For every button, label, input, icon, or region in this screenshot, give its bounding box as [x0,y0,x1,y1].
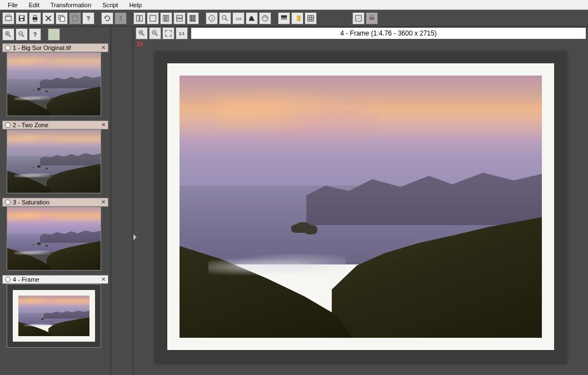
menu-script[interactable]: Script [97,1,123,9]
svg-point-11 [119,16,122,18]
radio-icon[interactable] [5,199,11,205]
ruler-marker: 24 [137,41,143,47]
thumbnail-item[interactable]: 1 - Big Sur Original.tif ✕ [2,43,108,116]
paste-icon[interactable] [69,12,81,24]
svg-text:1:1: 1:1 [179,32,185,36]
copy-icon[interactable] [56,12,68,24]
canvas-zoom-in-icon[interactable] [136,27,148,39]
svg-rect-16 [165,15,167,21]
canvas-toolbar: 1:1 4 - Frame (1:4.76 - 3600 x 2715) [133,27,588,40]
thumbnail-item[interactable]: 3 - Saturation ✕ [2,198,108,271]
menu-transformation[interactable]: Transformation [45,1,97,9]
svg-text:123: 123 [236,16,242,20]
save-icon[interactable] [16,12,28,24]
canvas-actual-size-icon[interactable]: 1:1 [176,27,188,39]
palette-icon[interactable] [259,12,271,24]
histogram-icon[interactable] [246,12,258,24]
svg-rect-0 [6,16,12,21]
svg-point-31 [266,17,267,18]
thumbnail-header[interactable]: 4 - Frame ✕ [2,275,108,284]
color-swatch[interactable] [48,28,60,41]
info-icon[interactable]: i [206,12,218,24]
radio-icon[interactable] [5,45,11,51]
canvas-zoom-out-icon[interactable] [149,27,161,39]
thumbnail-image[interactable] [7,129,101,193]
svg-rect-5 [33,15,36,17]
gradient2-icon[interactable] [291,12,303,24]
canvas-fit-icon[interactable] [162,27,175,39]
gradient-icon[interactable] [278,12,290,24]
close-icon[interactable]: ✕ [100,122,107,128]
refresh-icon[interactable] [101,12,113,24]
thumbnail-image[interactable] [7,52,101,116]
menu-file[interactable]: File [2,1,23,9]
close-icon[interactable]: ✕ [100,44,107,51]
svg-rect-21 [191,15,192,21]
sidebar-zoom-out-icon[interactable] [16,28,28,41]
view-columns-narrow-icon[interactable] [187,12,199,24]
open-icon[interactable] [2,12,14,24]
thumbnail-label: 4 - Frame [13,276,39,283]
canvas-title: 4 - Frame (1:4.76 - 3600 x 2715) [191,28,586,39]
sidebar-toolbar: ? [0,27,111,42]
svg-rect-33 [281,15,287,21]
grid-icon[interactable] [305,12,317,24]
view-single-icon[interactable] [147,12,159,24]
svg-rect-17 [167,15,169,21]
main-toolbar: ? i 123 [0,10,588,27]
svg-rect-2 [20,16,24,18]
sidebar-help-icon[interactable]: ? [29,28,41,41]
svg-rect-34 [295,15,301,21]
svg-point-26 [222,15,226,19]
thumbnail-image[interactable] [7,284,101,348]
svg-rect-20 [190,15,191,21]
svg-rect-19 [177,18,183,21]
svg-rect-9 [73,16,78,21]
thumbnail-item[interactable]: 2 - Two Zone ✕ [2,121,108,193]
main-image [180,76,542,338]
radio-icon[interactable] [5,277,11,282]
svg-rect-37 [370,17,375,19]
view-columns-icon[interactable] [160,12,172,24]
thumbnail-label: 1 - Big Sur Original.tif [13,44,71,51]
run-icon[interactable] [114,12,127,24]
chart-icon[interactable] [352,12,365,24]
svg-point-29 [263,17,264,18]
print2-icon[interactable] [366,12,378,24]
divider-handle-icon[interactable] [133,233,137,241]
thumbnail-image[interactable] [7,207,101,271]
frame-outer [155,51,566,362]
zoom-tool-icon[interactable] [219,12,231,24]
close-icon[interactable]: ✕ [100,199,107,206]
sidebar-zoom-in-icon[interactable] [2,28,14,41]
thumbnail-item[interactable]: 4 - Frame ✕ [2,275,108,348]
menu-help[interactable]: Help [123,1,147,9]
numbers-icon[interactable]: 123 [232,12,245,24]
svg-rect-8 [60,17,64,21]
thumbnail-header[interactable]: 3 - Saturation ✕ [2,198,108,207]
svg-rect-13 [140,15,142,21]
svg-rect-15 [163,15,165,21]
print-icon[interactable] [29,12,41,24]
svg-rect-18 [177,15,183,17]
view-split-h-icon[interactable] [173,12,186,24]
svg-text:?: ? [33,31,37,38]
thumbnail-label: 2 - Two Zone [13,122,48,128]
canvas-viewport[interactable]: 24 [133,40,588,375]
view-split-v-icon[interactable] [133,12,146,24]
thumbnail-header[interactable]: 2 - Two Zone ✕ [2,121,108,129]
frame-mat [167,63,554,350]
svg-rect-36 [356,15,362,21]
delete-icon[interactable] [42,12,54,24]
help-icon[interactable]: ? [82,12,94,24]
radio-icon[interactable] [5,122,11,128]
svg-rect-12 [137,15,139,21]
svg-point-32 [266,18,267,19]
menu-edit[interactable]: Edit [23,1,45,9]
svg-text:i: i [211,16,212,21]
svg-rect-23 [195,15,196,21]
thumbnail-header[interactable]: 1 - Big Sur Original.tif ✕ [2,43,108,52]
svg-rect-22 [193,15,194,21]
thumbnail-list: 1 - Big Sur Original.tif ✕ 2 - Two Zone … [0,42,111,375]
close-icon[interactable]: ✕ [100,276,107,283]
